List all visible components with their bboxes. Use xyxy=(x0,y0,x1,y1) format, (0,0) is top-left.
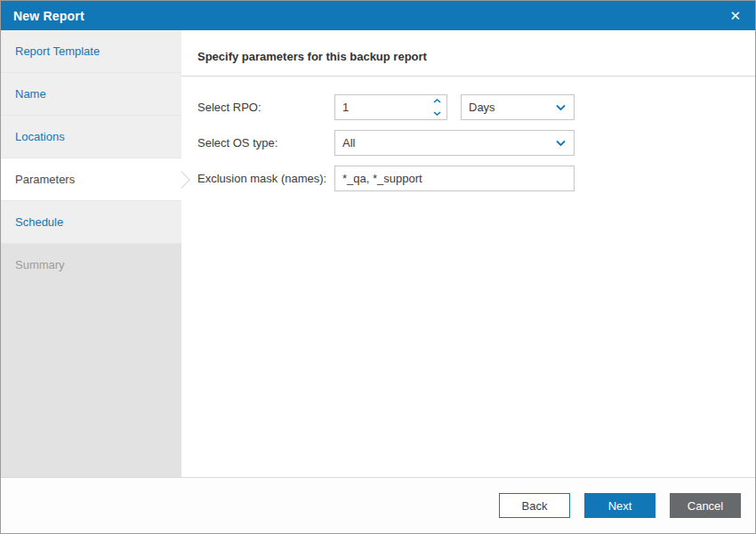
sidebar-item-label: Name xyxy=(15,87,46,101)
rpo-row: Select RPO: Days xyxy=(181,94,755,120)
rpo-value-spinner[interactable] xyxy=(334,94,447,120)
dialog-title: New Report xyxy=(13,9,84,23)
cancel-button[interactable]: Cancel xyxy=(670,493,741,518)
sidebar-item-label: Summary xyxy=(15,258,65,271)
sidebar-item-report-template[interactable]: Report Template xyxy=(1,30,181,73)
exclusion-mask-label: Exclusion mask (names): xyxy=(197,172,326,185)
spinner-down-icon[interactable] xyxy=(427,108,446,120)
wizard-steps-sidebar: Report Template Name Locations Parameter… xyxy=(1,30,181,477)
sidebar-item-parameters[interactable]: Parameters xyxy=(1,158,181,201)
rpo-spinner-buttons xyxy=(427,95,446,119)
os-type-label: Select OS type: xyxy=(197,136,277,150)
chevron-down-icon xyxy=(556,104,566,110)
sidebar-item-label: Report Template xyxy=(15,44,100,58)
rpo-value-input[interactable] xyxy=(335,95,427,119)
heading-divider xyxy=(181,76,755,77)
sidebar-item-label: Locations xyxy=(15,130,65,143)
os-type-value: All xyxy=(342,136,355,150)
os-type-select[interactable]: All xyxy=(334,130,575,156)
exclusion-mask-input[interactable] xyxy=(334,166,575,191)
new-report-dialog: New Report ✕ Report Template Name Locati… xyxy=(0,0,756,534)
next-button[interactable]: Next xyxy=(584,493,655,518)
sidebar-item-schedule[interactable]: Schedule xyxy=(1,201,181,244)
rpo-unit-select[interactable]: Days xyxy=(461,94,575,120)
panel-heading: Specify parameters for this backup repor… xyxy=(181,30,755,63)
rpo-unit-value: Days xyxy=(469,101,495,114)
rpo-label: Select RPO: xyxy=(197,101,261,114)
parameters-panel: Specify parameters for this backup repor… xyxy=(181,30,755,477)
chevron-down-icon xyxy=(556,140,566,146)
sidebar-item-label: Parameters xyxy=(15,173,75,186)
back-button[interactable]: Back xyxy=(499,493,570,518)
title-bar: New Report ✕ xyxy=(1,1,755,30)
sidebar-item-locations[interactable]: Locations xyxy=(1,116,181,158)
os-type-row: Select OS type: All xyxy=(181,130,755,156)
close-icon[interactable]: ✕ xyxy=(726,5,744,26)
exclusion-mask-row: Exclusion mask (names): xyxy=(181,166,755,191)
sidebar-item-name[interactable]: Name xyxy=(1,73,181,116)
spinner-up-icon[interactable] xyxy=(427,95,446,108)
sidebar-item-summary: Summary xyxy=(1,244,181,287)
sidebar-item-label: Schedule xyxy=(15,215,63,229)
footer-bar: Back Next Cancel xyxy=(1,477,755,533)
